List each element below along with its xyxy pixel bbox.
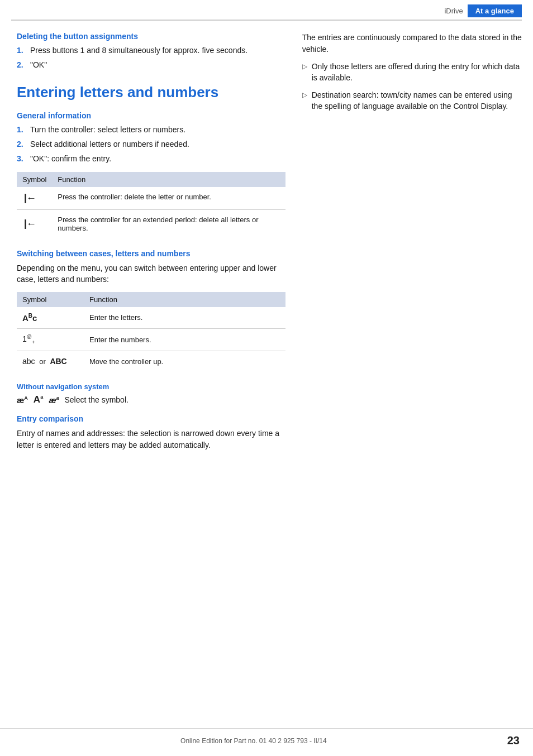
symbol-num: 1@+ <box>17 328 84 351</box>
switch-header-row: Symbol Function <box>17 292 285 307</box>
function-move-controller: Move the controller up. <box>84 351 285 372</box>
gen-step-num-1: 1. <box>17 125 26 136</box>
function-delete-2: Press the controller for an extended per… <box>52 210 285 238</box>
switching-heading: Switching between cases, letters and num… <box>17 249 285 258</box>
switch-col-function: Function <box>84 292 285 307</box>
deleting-steps-list: 1. Press buttons 1 and 8 simultaneously … <box>17 45 285 70</box>
right-bullet-list: ▷ Only those letters are offered during … <box>302 61 522 112</box>
entry-comparison-heading: Entry comparison <box>17 414 285 423</box>
abc-upper-symbol: ABC <box>50 357 66 366</box>
step-text-2: "OK" <box>30 60 47 71</box>
page-footer: Online Edition for Part no. 01 40 2 925 … <box>0 728 533 747</box>
entry-comparison-text: Entry of names and addresses: the select… <box>17 428 285 451</box>
entry-comparison-section: Entry comparison Entry of names and addr… <box>17 414 285 451</box>
switching-description: Depending on the menu, you can switch be… <box>17 262 285 285</box>
deleting-step-1: 1. Press buttons 1 and 8 simultaneously … <box>17 45 285 56</box>
switch-table: Symbol Function ABc Enter the letters. 1… <box>17 292 285 371</box>
main-content: Deleting the button assignments 1. Press… <box>0 21 533 473</box>
bullet-text-2: Destination search: town/city names can … <box>312 89 522 112</box>
table-header-row: Symbol Function <box>17 172 285 187</box>
symbol-function-table: Symbol Function |← Press the controller:… <box>17 172 285 238</box>
table-row: |← Press the controller: delete the lett… <box>17 187 285 210</box>
symbol-abc-upper: ABc <box>17 307 84 329</box>
function-enter-letters: Enter the letters. <box>84 307 285 329</box>
general-info-section: General information 1. Turn the controll… <box>17 111 285 238</box>
gen-step-text-3: "OK": confirm the entry. <box>30 154 111 165</box>
main-heading: Entering letters and numbers <box>17 84 285 101</box>
general-step-1: 1. Turn the controller: select letters o… <box>17 125 285 136</box>
function-enter-numbers: Enter the numbers. <box>84 328 285 351</box>
general-steps-list: 1. Turn the controller: select letters o… <box>17 125 285 164</box>
step-number-1: 1. <box>17 45 26 56</box>
general-step-3: 3. "OK": confirm the entry. <box>17 154 285 165</box>
left-column: Deleting the button assignments 1. Press… <box>17 32 285 462</box>
right-column: The entries are continuously compared to… <box>302 32 522 462</box>
bullet-arrow-2: ▷ <box>302 90 307 112</box>
without-nav-text: Select the symbol. <box>65 395 129 404</box>
gen-step-num-3: 3. <box>17 154 26 165</box>
gen-step-text-1: Turn the controller: select letters or n… <box>30 125 185 136</box>
general-step-2: 2. Select additional letters or numbers … <box>17 139 285 150</box>
without-nav-heading: Without navigation system <box>17 382 285 391</box>
without-nav-symbol-1: æA <box>17 395 28 405</box>
symbol-abc-combo: abc or ABC <box>17 351 84 372</box>
list-item: ▷ Destination search: town/city names ca… <box>302 89 522 112</box>
table-row: ABc Enter the letters. <box>17 307 285 329</box>
list-item: ▷ Only those letters are offered during … <box>302 61 522 84</box>
switching-section: Switching between cases, letters and num… <box>17 249 285 371</box>
abc-lower-symbol: abc <box>22 357 35 366</box>
symbol-delete-2: |← <box>17 210 52 238</box>
gen-step-text-2: Select additional letters or numbers if … <box>30 139 189 150</box>
right-intro-text: The entries are continuously compared to… <box>302 32 522 55</box>
without-nav-symbol-2: Aa <box>34 394 43 405</box>
deleting-section: Deleting the button assignments 1. Press… <box>17 32 285 70</box>
page-header: iDrive At a glance <box>11 0 522 21</box>
header-tab-label: At a glance <box>468 4 522 17</box>
footer-page-number: 23 <box>507 734 520 747</box>
without-nav-symbols-row: æA Aa æa Select the symbol. <box>17 394 285 405</box>
function-delete-1: Press the controller: delete the letter … <box>52 187 285 210</box>
switch-col-symbol: Symbol <box>17 292 84 307</box>
or-text: or <box>39 357 46 366</box>
bullet-text-1: Only those letters are offered during th… <box>312 61 522 84</box>
deleting-heading: Deleting the button assignments <box>17 32 285 41</box>
table-row: |← Press the controller for an extended … <box>17 210 285 238</box>
without-nav-symbol-3: æa <box>49 395 59 405</box>
table-row: abc or ABC Move the controller up. <box>17 351 285 372</box>
col-function-header: Function <box>52 172 285 187</box>
deleting-step-2: 2. "OK" <box>17 60 285 71</box>
step-number-2: 2. <box>17 60 26 71</box>
general-info-heading: General information <box>17 111 285 120</box>
gen-step-num-2: 2. <box>17 139 26 150</box>
step-text-1: Press buttons 1 and 8 simultaneously for… <box>30 45 248 56</box>
table-row: 1@+ Enter the numbers. <box>17 328 285 351</box>
without-nav-section: Without navigation system æA Aa æa Selec… <box>17 382 285 405</box>
footer-text: Online Edition for Part no. 01 40 2 925 … <box>0 737 507 745</box>
col-symbol-header: Symbol <box>17 172 52 187</box>
symbol-delete-1: |← <box>17 187 52 210</box>
bullet-arrow-1: ▷ <box>302 62 307 84</box>
header-idrive-label: iDrive <box>444 7 467 15</box>
